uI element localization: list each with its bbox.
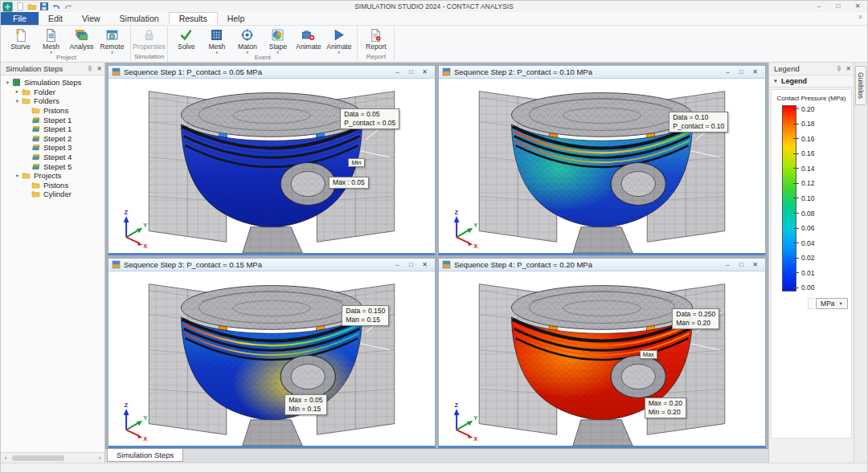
ribbon-animate-button[interactable]: Animate: [293, 27, 323, 51]
scroll-left-arrow[interactable]: ‹: [1, 455, 10, 462]
legend-panel-header: Legend ✕: [769, 63, 854, 75]
tree-item-stepet-2[interactable]: Stepet 2: [1, 134, 104, 144]
viewport-canvas[interactable]: Z Y X Data = 0.150 Man = 0.15 Max = 0.05…: [108, 271, 435, 446]
viewport-title: Sequence Step 4: P_contact = 0.20 MPa: [454, 260, 721, 269]
viewport-close-button[interactable]: ✕: [748, 261, 762, 268]
tree-item-stepet-4[interactable]: Stepet 4: [1, 153, 104, 162]
svg-text:Z: Z: [124, 209, 128, 216]
pin-icon[interactable]: [835, 65, 843, 73]
menu-help[interactable]: Help: [218, 12, 255, 25]
tree-item-folders[interactable]: ▾Folders: [1, 96, 104, 106]
legend-section-header[interactable]: ▼ Legend: [769, 75, 854, 88]
viewport-minimize-button[interactable]: –: [721, 68, 735, 75]
viewport-canvas[interactable]: Z Y X Data = 0.250 Man = 0.20 Max Max = …: [439, 271, 765, 446]
tree-expander-icon[interactable]: ▾: [14, 98, 21, 104]
ribbon-mesh-button[interactable]: Mesh▾: [202, 27, 231, 54]
tab-simulation-steps[interactable]: Simulation Steps: [107, 449, 183, 462]
menu-file[interactable]: File: [1, 12, 39, 25]
close-icon[interactable]: ✕: [96, 65, 102, 72]
legend-unit-row: MPa ▼: [772, 292, 851, 309]
maximize-button[interactable]: □: [829, 1, 848, 12]
pin-icon[interactable]: [86, 65, 94, 73]
viewport-titlebar[interactable]: Sequence Step 3: P_contact = 0.15 MPa – …: [108, 259, 435, 271]
open-icon[interactable]: [27, 2, 37, 11]
unit-dropdown[interactable]: MPa ▼: [816, 298, 848, 309]
tree-hscrollbar[interactable]: ‹ ›: [1, 452, 104, 463]
scroll-right-arrow[interactable]: ›: [95, 455, 104, 462]
ribbon-sturve-button[interactable]: Sturve: [6, 27, 35, 51]
tree-expander-icon[interactable]: ▸: [14, 88, 21, 95]
ribbon-stape-button[interactable]: Stape▾: [263, 27, 293, 54]
minimize-button[interactable]: –: [809, 1, 829, 12]
viewport-canvas[interactable]: Z Y X Data = 0.05 P_contact = 0.05 Min M…: [108, 79, 435, 253]
collapsed-panel-tab[interactable]: Guidslos: [855, 66, 866, 105]
menu-results[interactable]: Results: [169, 12, 218, 25]
colorbar-tick: 0.18: [796, 120, 815, 128]
tree-item-label: Stepet 2: [43, 134, 72, 143]
window-title: SIMULATION STUDIO 2024 - CONTACT ANALYSI…: [1, 2, 867, 10]
panel-title: Legend: [774, 64, 833, 73]
tree-item-label: Projects: [34, 171, 61, 180]
tree-item-projects[interactable]: ▾Projects: [1, 171, 104, 181]
viewport-canvas[interactable]: Z Y X Data = 0.10 P_contact = 0.10: [439, 79, 765, 253]
pinwheel-icon: [271, 28, 285, 42]
tick-value: 0.12: [801, 179, 815, 187]
viewport-maximize-button[interactable]: □: [404, 261, 418, 268]
tree-expander-icon[interactable]: ▾: [4, 80, 11, 86]
viewport-titlebar[interactable]: Sequence Step 2: P_contact = 0.10 MPa – …: [439, 66, 765, 79]
ribbon-analyss-button[interactable]: Analyss: [67, 27, 96, 51]
close-button[interactable]: ✕: [848, 1, 867, 12]
viewport-title: Sequence Step 3: P_contact = 0.15 MPa: [124, 260, 391, 269]
viewport-minimize-button[interactable]: –: [391, 68, 404, 75]
tree-expander-icon[interactable]: ▾: [14, 173, 21, 179]
tree-item-folder[interactable]: ▸Folder: [1, 88, 104, 97]
tree-item-simulation-steps[interactable]: ▾Simulation Steps: [1, 78, 104, 88]
viewport-close-button[interactable]: ✕: [418, 261, 432, 268]
viewport-maximize-button[interactable]: □: [735, 68, 748, 75]
ribbon-group-label: Project: [6, 54, 127, 62]
viewport-titlebar[interactable]: Sequence Step 4: P_contact = 0.20 MPa – …: [439, 259, 765, 271]
ribbon-mesh-button[interactable]: Mesh▾: [36, 27, 66, 54]
viewport-icon: [442, 67, 451, 76]
viewport-titlebar[interactable]: Sequence Step 1: P_contact = 0.05 MPa – …: [108, 66, 435, 79]
redo-icon[interactable]: [63, 2, 73, 11]
menu-simulation[interactable]: Simulation: [110, 12, 169, 25]
new-icon[interactable]: [15, 2, 25, 11]
viewport-close-button[interactable]: ✕: [418, 68, 432, 75]
ribbon-maton-button[interactable]: Maton▾: [232, 27, 262, 54]
scrollbar-thumb[interactable]: [12, 455, 64, 461]
viewport-maximize-button[interactable]: □: [404, 68, 418, 75]
viewport-minimize-button[interactable]: –: [391, 261, 404, 268]
ribbon-collapse-icon[interactable]: ∧: [858, 14, 862, 20]
tree-item-pistons[interactable]: Pistons: [1, 106, 104, 116]
ribbon-solve-button[interactable]: Solve: [171, 27, 201, 51]
viewport-close-button[interactable]: ✕: [748, 68, 762, 75]
menu-edit[interactable]: Edit: [39, 12, 72, 25]
tree-item-stepet-1[interactable]: Stepet 1: [1, 124, 104, 134]
tree-item-label: Pistons: [43, 181, 68, 190]
tree-item-label: Cylinder: [43, 190, 72, 198]
viewport-maximize-button[interactable]: □: [735, 261, 748, 268]
tree-item-cylinder[interactable]: Cylinder: [1, 190, 104, 199]
ribbon-report-button[interactable]: Report: [361, 27, 391, 51]
tree-item-stepet-5[interactable]: Stepet 5: [1, 161, 104, 171]
viewport-title: Sequence Step 1: P_contact = 0.05 MPa: [124, 67, 391, 76]
svg-text:X: X: [143, 243, 147, 250]
tree-item-label: Folder: [34, 88, 55, 96]
button-label: Sturve: [10, 43, 31, 51]
titlebar: SIMULATION STUDIO 2024 - CONTACT ANALYSI…: [1, 1, 867, 12]
save-icon[interactable]: [39, 2, 49, 11]
tree-item-stepet-1[interactable]: Stepet 1: [1, 115, 104, 124]
tick-value: 0.04: [801, 239, 815, 247]
viewport-minimize-button[interactable]: –: [721, 261, 735, 268]
close-icon[interactable]: ✕: [845, 65, 851, 72]
undo-icon[interactable]: [51, 2, 61, 11]
ribbon-animate-button[interactable]: Animate▾: [324, 27, 354, 54]
tree-item-stepet-3[interactable]: Stepet 3: [1, 143, 104, 153]
colorbar-tick: 0.06: [796, 225, 815, 232]
ribbon-remote-button[interactable]: Remote▾: [97, 27, 127, 54]
scrollbar-track[interactable]: [10, 455, 95, 462]
doc-new-icon: [14, 28, 27, 42]
menu-view[interactable]: View: [72, 12, 110, 25]
tree-item-pistons[interactable]: Pistons: [1, 181, 104, 190]
